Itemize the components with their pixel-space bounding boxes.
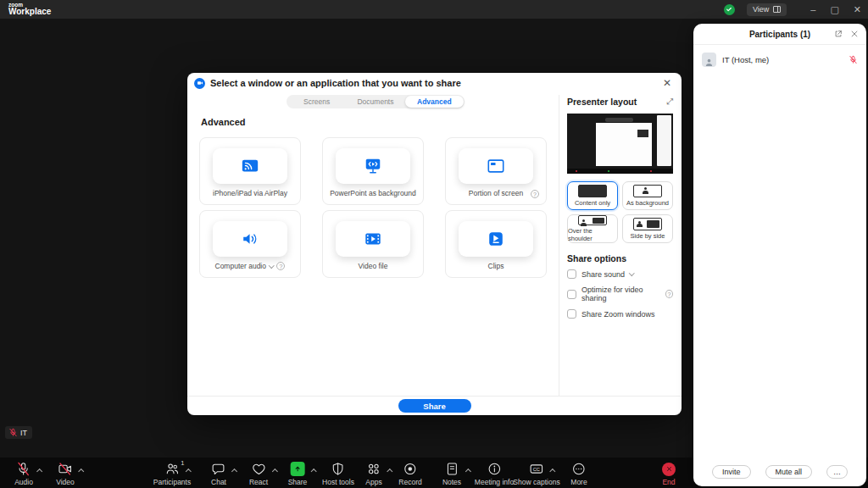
layout-option-label: Side by side: [631, 232, 665, 240]
self-name-text: IT: [20, 429, 27, 437]
share-screen-icon: [291, 462, 305, 476]
tile-iphone-ipad-airplay[interactable]: iPhone/iPad via AirPlay: [199, 137, 301, 205]
tile-powerpoint-as-background[interactable]: PowerPoint as background: [322, 137, 424, 205]
layout-side-by-side-button[interactable]: Side by side: [622, 214, 673, 243]
video-muted-icon: [58, 462, 73, 476]
share-sound-dropdown-icon[interactable]: [629, 270, 634, 275]
toolbar-label: Notes: [442, 478, 461, 486]
tile-label: iPhone/iPad via AirPlay: [213, 189, 287, 197]
notes-options-chevron[interactable]: [465, 469, 470, 474]
tab-documents[interactable]: Documents: [346, 96, 404, 108]
toolbar-label: Host tools: [322, 478, 354, 486]
toolbar-label: Share: [288, 478, 308, 486]
muted-mic-icon: [8, 428, 18, 437]
share-zoom-windows-checkbox[interactable]: [567, 309, 576, 319]
toolbar-label: Meeting info: [475, 478, 514, 486]
meeting-info-button[interactable]: Meeting info: [475, 462, 514, 486]
share-sound-checkbox[interactable]: [567, 269, 576, 279]
toolbar-label: Participants: [153, 478, 191, 486]
optimize-video-label: Optimize for video sharing: [581, 286, 660, 302]
tab-screens[interactable]: Screens: [287, 96, 346, 108]
toolbar-label: More: [570, 478, 587, 486]
toolbar-label: Apps: [365, 478, 381, 486]
chat-options-chevron[interactable]: [231, 469, 237, 474]
over-the-shoulder-icon: [578, 215, 607, 225]
react-icon: [252, 462, 266, 476]
more-icon: [572, 462, 587, 476]
as-background-icon: [633, 185, 662, 197]
chat-button[interactable]: Chat: [211, 462, 226, 486]
end-icon: [662, 462, 676, 476]
share-toolbar-button[interactable]: Share: [288, 462, 308, 486]
toolbar-label: Audio: [14, 478, 33, 486]
participant-row[interactable]: IT (Host, me): [693, 45, 866, 75]
tile-label: Clips: [488, 262, 504, 270]
apps-button[interactable]: Apps: [365, 462, 381, 486]
video-file-icon: [336, 221, 410, 257]
toolbar-label: React: [249, 478, 268, 486]
participants-button[interactable]: 1 Participants: [153, 462, 191, 486]
window-minimize-button[interactable]: –: [810, 4, 815, 15]
tile-computer-audio[interactable]: Computer audio ?: [199, 210, 301, 278]
record-button[interactable]: Record: [398, 462, 421, 486]
participants-list-body: [693, 75, 866, 461]
host-tools-button[interactable]: Host tools: [322, 462, 354, 486]
participant-avatar: [702, 53, 716, 67]
tile-label: Video file: [359, 262, 388, 270]
computer-audio-dropdown-icon[interactable]: [269, 263, 274, 268]
mute-all-button[interactable]: Mute all: [765, 465, 813, 479]
portion-screen-icon: [459, 148, 533, 184]
notes-button[interactable]: Notes: [442, 462, 461, 486]
apps-options-chevron[interactable]: [387, 469, 392, 474]
participants-footer: Invite Mute all …: [693, 461, 866, 486]
toolbar-label: Record: [398, 478, 421, 486]
pop-out-icon[interactable]: [834, 30, 843, 38]
security-shield-icon[interactable]: [724, 4, 735, 15]
panel-close-icon[interactable]: [850, 30, 859, 38]
participants-header: Participants (1): [693, 24, 866, 45]
tile-video-file[interactable]: Video file: [322, 210, 424, 278]
show-captions-button[interactable]: CC Show captions: [513, 462, 559, 486]
view-button[interactable]: View: [747, 3, 787, 16]
optimize-video-help-icon[interactable]: ?: [665, 290, 673, 298]
svg-text:CC: CC: [533, 467, 540, 472]
computer-audio-help-icon[interactable]: ?: [276, 262, 285, 270]
portion-screen-help-icon[interactable]: ?: [531, 190, 539, 198]
advanced-share-pane: Advanced iPhone/iPad via AirPlay: [187, 110, 559, 396]
tile-portion-of-screen[interactable]: Portion of screen ?: [445, 137, 547, 205]
react-button[interactable]: React: [249, 462, 268, 486]
invite-button[interactable]: Invite: [712, 465, 751, 479]
audio-button[interactable]: Audio: [14, 462, 33, 486]
captions-options-chevron[interactable]: [549, 469, 555, 474]
end-meeting-button[interactable]: End: [662, 462, 676, 486]
layout-over-the-shoulder-button[interactable]: Over the shoulder: [567, 214, 618, 243]
chat-icon: [212, 462, 226, 476]
audio-options-chevron[interactable]: [36, 469, 42, 474]
tile-clips[interactable]: Clips: [445, 210, 547, 278]
zoom-app-icon: [194, 78, 205, 89]
more-button[interactable]: More: [570, 462, 587, 486]
clips-icon: [459, 221, 533, 257]
video-options-chevron[interactable]: [78, 469, 84, 474]
participants-more-button[interactable]: …: [826, 465, 848, 479]
participants-options-chevron[interactable]: [185, 469, 191, 474]
record-icon: [403, 462, 418, 476]
content-only-icon: [578, 185, 607, 197]
react-options-chevron[interactable]: [271, 469, 277, 474]
layout-option-label: Over the shoulder: [568, 227, 617, 242]
tab-advanced[interactable]: Advanced: [405, 96, 464, 108]
expand-preview-icon[interactable]: ⤢: [666, 97, 673, 107]
meeting-info-icon: [487, 462, 502, 476]
dialog-close-icon[interactable]: ✕: [663, 77, 671, 89]
share-confirm-button[interactable]: Share: [398, 399, 471, 413]
window-close-button[interactable]: ✕: [854, 4, 861, 15]
layout-option-label: Content only: [575, 199, 610, 207]
layout-content-only-button[interactable]: Content only: [567, 181, 618, 210]
video-button[interactable]: Video: [56, 462, 75, 486]
share-options-chevron[interactable]: [310, 469, 316, 474]
layout-as-background-button[interactable]: As background: [622, 181, 673, 210]
participant-name: IT (Host, me): [722, 55, 769, 64]
presenter-layout-heading: Presenter layout: [567, 97, 637, 107]
window-maximize-button[interactable]: ▢: [830, 4, 838, 15]
optimize-video-checkbox[interactable]: [567, 290, 576, 299]
